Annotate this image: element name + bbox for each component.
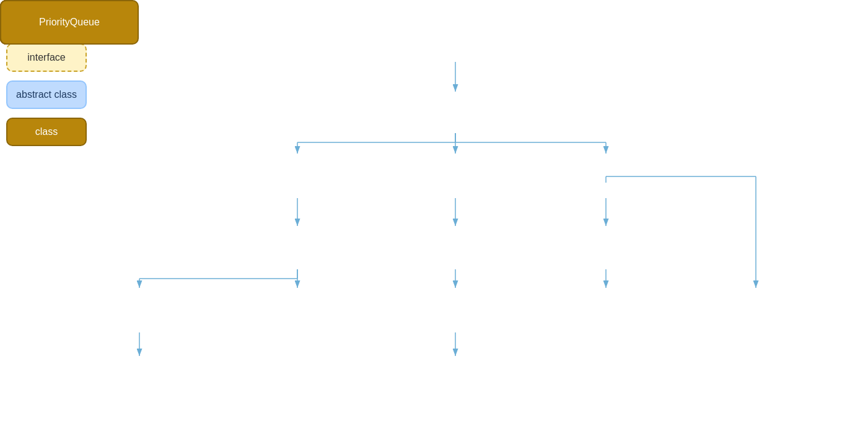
- arrows-svg: [0, 0, 868, 434]
- legend-interface: interface: [6, 43, 87, 72]
- legend-abstract-label: abstract class: [16, 89, 77, 100]
- legend-interface-label: interface: [27, 52, 65, 63]
- legend-class-label: class: [35, 126, 58, 137]
- legend: interface abstract class class: [6, 43, 87, 146]
- legend-abstract: abstract class: [6, 80, 87, 109]
- node-priorityqueue: PriorityQueue: [0, 0, 139, 45]
- diagram-container: interface abstract class class: [0, 0, 868, 434]
- legend-class: class: [6, 118, 87, 146]
